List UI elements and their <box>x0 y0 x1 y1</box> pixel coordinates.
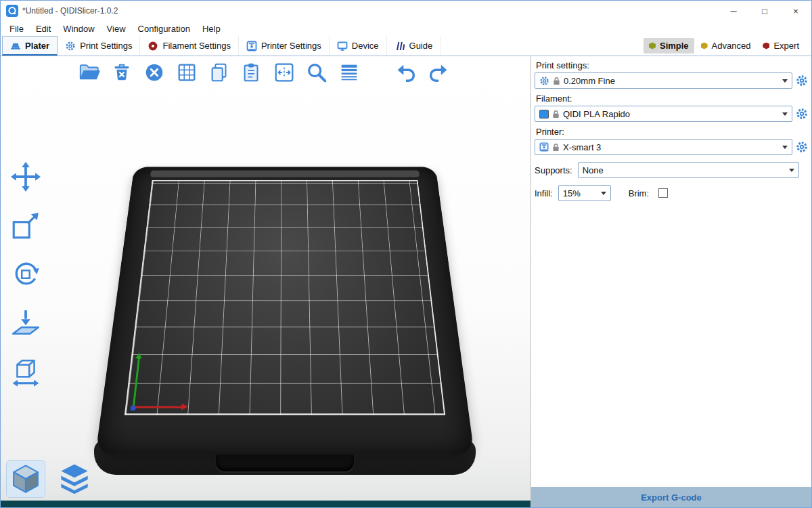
expert-mode-dot-icon <box>763 43 769 49</box>
edit-print-settings-button[interactable] <box>795 74 809 87</box>
mode-simple-label: Simple <box>660 41 689 51</box>
settings-panel: Print settings: 0.20mm Fine <box>531 56 811 201</box>
edit-filament-button[interactable] <box>795 107 809 121</box>
menu-window[interactable]: Window <box>57 22 100 35</box>
menu-help[interactable]: Help <box>196 22 227 35</box>
redo-button[interactable] <box>426 60 451 85</box>
window-controls: ─ □ × <box>718 1 811 21</box>
print-bed-grid <box>125 180 445 415</box>
tab-printer-settings-label: Printer Settings <box>261 41 321 51</box>
view-3d-button[interactable] <box>6 460 45 498</box>
menu-view[interactable]: View <box>101 22 132 35</box>
print-settings-row: 0.20mm Fine <box>535 72 809 89</box>
layers-preview-button[interactable] <box>55 460 94 498</box>
edit-printer-button[interactable] <box>795 140 809 154</box>
delete-button[interactable] <box>109 60 135 85</box>
supports-combo[interactable]: None <box>578 162 799 178</box>
print-settings-value: 0.20mm Fine <box>564 76 615 86</box>
printer-row: X-smart 3 <box>535 139 809 155</box>
filament-spool-icon <box>148 41 158 51</box>
redo-icon <box>427 61 450 84</box>
search-button[interactable] <box>304 60 330 85</box>
move-tool-button[interactable] <box>7 159 44 194</box>
build-plate-rim <box>150 171 420 177</box>
split-objects-icon <box>273 61 296 84</box>
arrange-icon <box>175 61 198 84</box>
chevron-down-icon <box>782 79 788 83</box>
chevron-down-icon <box>782 146 788 149</box>
tab-device[interactable]: Device <box>330 36 387 56</box>
print-settings-combo[interactable]: 0.20mm Fine <box>535 72 792 89</box>
mode-simple[interactable]: Simple <box>644 38 694 54</box>
scale-icon <box>10 210 41 241</box>
minimize-button[interactable]: ─ <box>718 1 749 21</box>
advanced-mode-dot-icon <box>701 43 708 49</box>
tabbar: Plater Print Settings Filament Settings <box>1 36 811 56</box>
tab-print-settings-label: Print Settings <box>80 41 132 51</box>
mirror-tool-button[interactable] <box>7 354 44 389</box>
search-icon <box>305 61 328 84</box>
arrange-button[interactable] <box>174 60 200 85</box>
lock-icon <box>553 77 560 85</box>
printer-icon <box>539 142 549 152</box>
place-on-face-icon <box>10 308 41 339</box>
infill-value: 15% <box>563 188 581 198</box>
x-axis-arrow <box>134 406 183 408</box>
brim-checkbox[interactable] <box>658 188 668 198</box>
rotate-tool-button[interactable] <box>7 257 44 292</box>
lock-icon <box>552 143 560 152</box>
mirror-icon <box>10 356 41 387</box>
delete-all-icon <box>143 61 166 84</box>
menu-edit[interactable]: Edit <box>30 22 57 35</box>
paste-icon <box>240 61 263 84</box>
variable-layer-height-icon <box>338 61 361 84</box>
infill-label: Infill: <box>535 188 553 198</box>
3d-viewport[interactable] <box>1 56 531 507</box>
tab-plater-label: Plater <box>25 41 49 51</box>
app-window: *Untitled - QIDISlicer-1.0.2 ─ □ × File … <box>0 0 812 508</box>
undo-icon <box>394 61 418 84</box>
print-settings-label: Print settings: <box>536 60 809 70</box>
close-button[interactable]: × <box>780 1 811 21</box>
filament-combo[interactable]: QIDI PLA Rapido <box>535 106 792 122</box>
tab-guide[interactable]: Guide <box>387 36 441 56</box>
delete-all-button[interactable] <box>141 60 167 85</box>
export-gcode-button[interactable]: Export G-code <box>531 487 811 507</box>
settings-sidebar: Print settings: 0.20mm Fine <box>531 56 811 507</box>
scale-tool-button[interactable] <box>7 208 44 243</box>
split-button[interactable] <box>271 60 297 85</box>
tab-guide-label: Guide <box>409 41 433 51</box>
view-toolbar <box>6 460 94 498</box>
tab-plater[interactable]: Plater <box>2 36 58 56</box>
infill-combo[interactable]: 15% <box>558 185 611 201</box>
mode-switcher: Simple Advanced Expert <box>644 36 811 56</box>
printer-combo[interactable]: X-smart 3 <box>535 139 792 155</box>
layer-height-button[interactable] <box>336 60 362 85</box>
plater-icon <box>10 40 21 51</box>
titlebar: *Untitled - QIDISlicer-1.0.2 ─ □ × <box>1 1 811 21</box>
filament-label: Filament: <box>536 93 809 104</box>
axis-gizmo <box>128 350 198 412</box>
menu-file[interactable]: File <box>3 22 30 35</box>
tab-printer-settings[interactable]: Printer Settings <box>239 36 330 56</box>
copy-button[interactable] <box>206 60 232 85</box>
maximize-button[interactable]: □ <box>749 1 780 21</box>
paste-button[interactable] <box>239 60 265 85</box>
rotate-icon <box>10 259 41 290</box>
undo-button[interactable] <box>393 60 419 85</box>
filament-color-swatch <box>539 110 549 119</box>
place-on-face-button[interactable] <box>7 305 44 341</box>
printer-label: Printer: <box>536 127 809 137</box>
menu-configuration[interactable]: Configuration <box>132 22 196 35</box>
tab-filament-settings[interactable]: Filament Settings <box>140 36 238 56</box>
trash-icon <box>110 61 133 84</box>
top-toolbar <box>76 60 451 85</box>
layers-view-icon <box>58 462 91 496</box>
supports-row: Supports: None <box>535 162 809 178</box>
open-project-button[interactable] <box>76 60 102 85</box>
filament-row: QIDI PLA Rapido <box>535 106 809 122</box>
mode-advanced[interactable]: Advanced <box>696 38 757 54</box>
tab-print-settings[interactable]: Print Settings <box>58 36 140 56</box>
mode-expert[interactable]: Expert <box>757 38 805 54</box>
tab-device-label: Device <box>352 41 379 51</box>
